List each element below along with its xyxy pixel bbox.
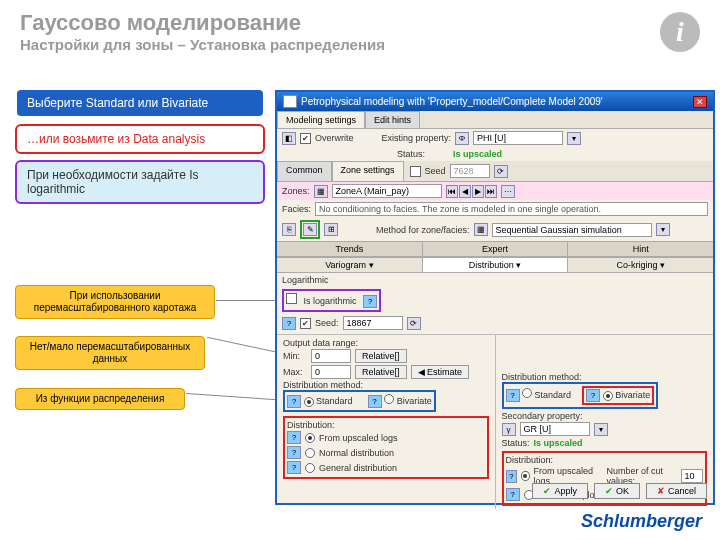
existing-label: Existing property: bbox=[382, 133, 452, 143]
std-help-icon[interactable]: ? bbox=[287, 395, 301, 408]
output-range-label: Output data range: bbox=[283, 338, 489, 348]
first-icon[interactable]: ⏮ bbox=[446, 185, 458, 198]
subtab-expert[interactable]: Expert bbox=[423, 242, 569, 256]
is-logarithmic-checkbox[interactable] bbox=[286, 293, 297, 304]
from-upscaled-radio[interactable] bbox=[305, 433, 315, 443]
status2-label: Status: bbox=[502, 438, 530, 448]
facies-field[interactable]: No conditioning to facies. The zone is m… bbox=[315, 202, 708, 216]
biv-help-icon-r[interactable]: ? bbox=[586, 389, 600, 402]
gamma-icon: γ bbox=[502, 423, 516, 436]
facies-label: Facies: bbox=[282, 204, 311, 214]
dist-group-left: Distribution: bbox=[287, 420, 485, 430]
max-relative-button[interactable]: Relative[] bbox=[355, 365, 407, 379]
app-window: ◆ Petrophysical modeling with 'Property_… bbox=[275, 90, 715, 505]
existing-property-field[interactable]: PHI [U] bbox=[473, 131, 563, 145]
min-label: Min: bbox=[283, 351, 307, 361]
subtab-trends[interactable]: Trends bbox=[277, 242, 423, 256]
std-help-icon-r[interactable]: ? bbox=[506, 389, 520, 402]
h2-icon[interactable]: ? bbox=[287, 446, 301, 459]
from-upscaled-label: From upscaled logs bbox=[319, 433, 398, 443]
tab-zone-settings[interactable]: Zone settings bbox=[332, 161, 404, 181]
zone-field[interactable]: ZoneA (Main_pay) bbox=[332, 184, 442, 198]
tool-icon-1[interactable]: ⎘ bbox=[282, 223, 296, 236]
standard-radio-left[interactable] bbox=[304, 397, 314, 407]
bivariate-label-right: Bivariate bbox=[615, 390, 650, 400]
seed-help-icon[interactable]: ? bbox=[282, 317, 296, 330]
tool-icon-2[interactable]: ✎ bbox=[303, 223, 317, 236]
standard-radio-right[interactable] bbox=[522, 388, 532, 398]
subtab-hint[interactable]: Hint bbox=[568, 242, 713, 256]
general-dist-radio[interactable] bbox=[305, 463, 315, 473]
cancel-button[interactable]: ✘Cancel bbox=[646, 483, 707, 499]
status2-value: Is upscaled bbox=[534, 438, 583, 448]
h1-icon[interactable]: ? bbox=[287, 431, 301, 444]
general-dist-label: General distribution bbox=[319, 463, 397, 473]
h5-icon[interactable]: ? bbox=[506, 488, 520, 501]
next-icon[interactable]: ▶ bbox=[472, 185, 484, 198]
method-field[interactable]: Sequential Gaussian simulation bbox=[492, 223, 652, 237]
overwrite-checkbox[interactable]: ✔ bbox=[300, 133, 311, 144]
h3-icon[interactable]: ? bbox=[287, 461, 301, 474]
tab-edit-hints[interactable]: Edit hints bbox=[365, 111, 420, 128]
seed2-checkbox[interactable]: ✔ bbox=[300, 318, 311, 329]
tab-common[interactable]: Common bbox=[277, 161, 332, 181]
dist-method-label-left: Distribution method: bbox=[283, 380, 489, 390]
callout-logarithmic: При необходимости задайте Is logarithmic bbox=[15, 160, 265, 204]
zone-extra-icon[interactable]: ⋯ bbox=[501, 185, 515, 198]
subtab-variogram[interactable]: Variogram ▾ bbox=[277, 258, 423, 272]
global-seed-label: Seed bbox=[425, 166, 446, 176]
subtab-distribution[interactable]: Distribution ▾ bbox=[423, 258, 569, 272]
bivariate-radio-left[interactable] bbox=[384, 394, 394, 404]
close-icon[interactable]: ✕ bbox=[693, 96, 707, 108]
annot-distribution-fn: Из функции распределения bbox=[15, 388, 185, 410]
page-title: Гауссово моделирование bbox=[20, 10, 700, 36]
secondary-dropdown-icon[interactable]: ▾ bbox=[594, 423, 608, 436]
overwrite-label: Overwrite bbox=[315, 133, 354, 143]
annot-upscaled-log: При использовании перемасштабированного … bbox=[15, 285, 215, 319]
normal-dist-label: Normal distribution bbox=[319, 448, 394, 458]
nbins-field[interactable]: 10 bbox=[681, 469, 703, 483]
bivariate-radio-right[interactable] bbox=[603, 391, 613, 401]
refresh-seed-icon[interactable]: ⟳ bbox=[494, 165, 508, 178]
min-field[interactable]: 0 bbox=[311, 349, 351, 363]
last-icon[interactable]: ⏭ bbox=[485, 185, 497, 198]
zone-nav[interactable]: ⏮ ◀ ▶ ⏭ bbox=[446, 185, 497, 198]
estimate-button[interactable]: ◀ Estimate bbox=[411, 365, 470, 379]
property-icon: ◧ bbox=[282, 132, 296, 145]
biv-help-icon[interactable]: ? bbox=[368, 395, 382, 408]
page-subtitle: Настройки для зоны – Установка распредел… bbox=[20, 36, 700, 53]
h4-icon[interactable]: ? bbox=[506, 470, 518, 483]
annot-no-upscaled: Нет/мало перемасштабированных данных bbox=[15, 336, 205, 370]
dist-method-label-right: Distribution method: bbox=[502, 372, 708, 382]
normal-dist-radio[interactable] bbox=[305, 448, 315, 458]
titlebar[interactable]: ◆ Petrophysical modeling with 'Property_… bbox=[277, 92, 713, 111]
log-help-icon[interactable]: ? bbox=[363, 295, 377, 308]
status-label: Status: bbox=[397, 149, 425, 159]
tab-modeling-settings[interactable]: Modeling settings bbox=[277, 111, 365, 128]
seed2-label: Seed: bbox=[315, 318, 339, 328]
from-upscaled-radio-r[interactable] bbox=[521, 471, 529, 481]
method-dropdown-icon[interactable]: ▾ bbox=[656, 223, 670, 236]
ok-button[interactable]: ✔OK bbox=[594, 483, 640, 499]
max-field[interactable]: 0 bbox=[311, 365, 351, 379]
tool-icon-3[interactable]: ⊞ bbox=[324, 223, 338, 236]
zone-icon: ▦ bbox=[314, 185, 328, 198]
method-icon: ▦ bbox=[474, 223, 488, 236]
secondary-label: Secondary property: bbox=[502, 411, 583, 421]
prev-icon[interactable]: ◀ bbox=[459, 185, 471, 198]
secondary-field[interactable]: GR [U] bbox=[520, 422, 590, 436]
seed2-field[interactable]: 18867 bbox=[343, 316, 403, 330]
standard-label-right: Standard bbox=[535, 390, 572, 400]
dist-group-right: Distribution: bbox=[506, 455, 704, 465]
dropdown-icon[interactable]: ▾ bbox=[567, 132, 581, 145]
apply-button[interactable]: ✔Apply bbox=[532, 483, 588, 499]
global-seed-checkbox[interactable] bbox=[410, 166, 421, 177]
max-label: Max: bbox=[283, 367, 307, 377]
subtab-cokriging[interactable]: Co-kriging ▾ bbox=[568, 258, 713, 272]
schlumberger-logo: Schlumberger bbox=[581, 511, 702, 532]
global-seed-field[interactable]: 7628 bbox=[450, 164, 490, 178]
min-relative-button[interactable]: Relative[] bbox=[355, 349, 407, 363]
callout-data-analysis: …или возьмите из Data analysis bbox=[15, 124, 265, 154]
seed2-refresh-icon[interactable]: ⟳ bbox=[407, 317, 421, 330]
window-icon: ◆ bbox=[283, 95, 297, 108]
